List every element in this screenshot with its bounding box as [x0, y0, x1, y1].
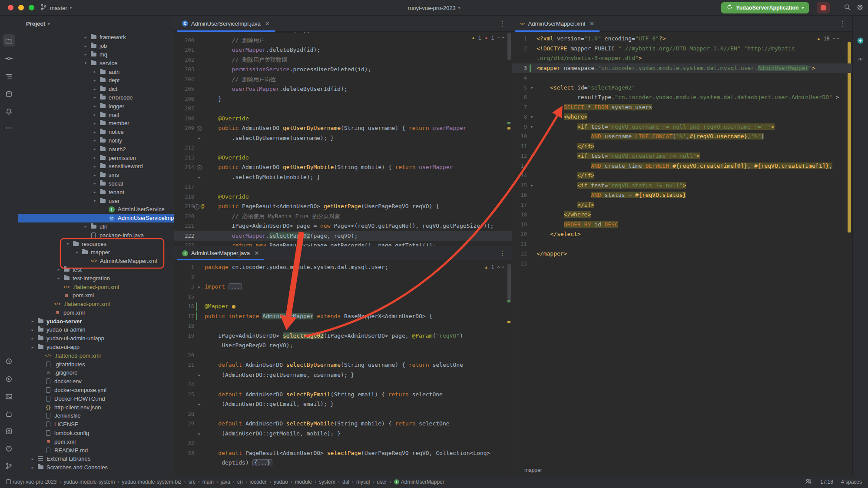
tree-item-docker-env[interactable]: docker.env — [18, 377, 174, 386]
tree-item-adminuserservice[interactable]: IAdminUserService — [18, 205, 174, 214]
code-line[interactable]: 15▾<if test="reqVO.status != null"> — [512, 181, 852, 191]
code-line[interactable]: 29default AdminUserDO selectByMobile(Str… — [174, 419, 512, 429]
tree-item-http-client-env-json[interactable]: {}http-client.env.json — [18, 403, 174, 412]
code-line[interactable]: 7SELECT * FROM system_users — [512, 103, 852, 113]
maven-icon[interactable]: m — [855, 52, 867, 64]
tree-item-license[interactable]: LICENSE — [18, 420, 174, 429]
override-marker-icon[interactable]: ↑ — [194, 204, 199, 209]
commit-icon[interactable] — [3, 52, 15, 64]
code-line[interactable]: 209↑public AdminUserDO getUserByUsername… — [174, 123, 512, 133]
tree-item-oauth2[interactable]: ▸oauth2 — [18, 145, 174, 153]
code-line[interactable]: 212 — [174, 143, 512, 153]
code-line[interactable]: 208@Override — [174, 114, 512, 124]
more-options-icon[interactable]: ⋮ — [499, 249, 506, 257]
services-icon[interactable] — [3, 425, 15, 437]
tree-item-pom-xml[interactable]: mpom.xml — [18, 309, 174, 317]
breadcrumb-item[interactable]: cn — [237, 479, 243, 485]
tree-item-notify[interactable]: ▸notify — [18, 136, 174, 145]
database-icon[interactable] — [3, 88, 15, 100]
tree-item-scratches-and-consoles[interactable]: ▸Scratches and Consoles — [18, 463, 174, 472]
tree-chevron-icon[interactable]: ▸ — [91, 95, 99, 100]
code-line[interactable]: 6resultType="cn.iocoder.yudao.module.sys… — [512, 93, 852, 103]
tree-item-tenant[interactable]: ▸tenant — [18, 188, 174, 196]
tree-chevron-icon[interactable]: ▸ — [91, 104, 99, 108]
indent-setting[interactable]: 4 spaces — [841, 479, 862, 485]
tree-item--flattened-pom-xml[interactable]: </>.flattened-pom.xml — [18, 351, 174, 360]
stop-button[interactable] — [817, 2, 830, 13]
tree-chevron-icon[interactable]: ▸ — [91, 87, 99, 91]
code-line[interactable]: 201userMapper.deleteById(id); — [174, 45, 512, 55]
terminal-icon[interactable] — [3, 390, 15, 402]
tree-chevron-icon[interactable]: ▸ — [55, 276, 63, 280]
code-line[interactable]: ▸(AdminUserDO::getMobile, mobile); } — [174, 429, 512, 439]
more-options-icon[interactable]: ⋮ — [839, 20, 846, 28]
tree-chevron-icon[interactable]: ▸ — [91, 156, 99, 160]
code-line[interactable]: 11</if> — [512, 142, 852, 152]
caret-position[interactable]: 17:18 — [820, 479, 833, 485]
code-line[interactable]: 33default PageResult<AdminUserDO> select… — [174, 448, 512, 458]
close-icon[interactable]: ✕ — [254, 250, 259, 256]
code-line[interactable]: 202// 删除用户关联数据 — [174, 55, 512, 65]
tree-item-resources[interactable]: ▾resources — [18, 239, 174, 248]
tree-item-mq[interactable]: ▸mq — [18, 50, 174, 59]
gutter-fold-icon[interactable]: ▸ — [194, 370, 205, 380]
problems-icon[interactable] — [3, 442, 15, 455]
gutter-fold-icon[interactable]: ▾ — [527, 83, 537, 93]
branch-icon[interactable] — [3, 460, 15, 472]
code-line[interactable]: 20 — [174, 351, 512, 361]
tree-chevron-icon[interactable]: ▸ — [29, 319, 36, 323]
gutter-fold-icon[interactable]: ▸ — [194, 429, 205, 439]
tree-chevron-icon[interactable]: ▸ — [29, 465, 36, 470]
next-issue-icon[interactable]: › — [835, 37, 841, 39]
code-line[interactable]: deptIds) {...} — [174, 458, 512, 468]
code-line[interactable]: 9▾<if test="reqVO.username != null and r… — [512, 122, 852, 132]
project-title[interactable]: ruoyi-vue-pro-2023 ▾ — [408, 0, 460, 16]
tree-chevron-icon[interactable]: ▸ — [91, 173, 99, 177]
tree-chevron-icon[interactable]: ▸ — [91, 138, 99, 143]
tree-item-member[interactable]: ▸member — [18, 119, 174, 128]
breadcrumb-item[interactable]: yudao — [274, 479, 288, 485]
code-line[interactable]: 25default AdminUserDO selectByEmail(Stri… — [174, 390, 512, 400]
tree-chevron-icon[interactable]: ▸ — [82, 224, 89, 229]
code-line[interactable]: 1<?xml version="1.0" encoding="UTF-8"?> — [512, 34, 852, 44]
history-icon[interactable] — [3, 355, 15, 367]
code-line[interactable]: UserPageReqVO reqVO); — [174, 341, 512, 351]
git-branch-widget[interactable]: master ▾ — [40, 0, 72, 16]
zoom-window-button[interactable] — [29, 5, 34, 10]
tree-chevron-icon[interactable]: ▾ — [73, 250, 81, 255]
project-icon[interactable] — [3, 34, 15, 46]
code-line[interactable]: 28 — [174, 409, 512, 419]
code-line[interactable]: 221IPage<AdminUserDO> page = new Page<>(… — [174, 221, 512, 231]
gutter-fold-icon[interactable]: ▾ — [527, 112, 537, 122]
code-line[interactable]: 203permissionService.processUserDeleted(… — [174, 65, 512, 75]
tree-item-adminusermapper-xml[interactable]: </>AdminUserMapper.xml — [18, 257, 174, 266]
project-panel-header[interactable]: Project ▾ — [18, 16, 174, 32]
tree-item-user[interactable]: ▾user — [18, 196, 174, 205]
code-line[interactable]: 8▾<where> — [512, 112, 852, 122]
tree-item-framework[interactable]: ▸framework — [18, 33, 174, 42]
code-line[interactable]: 22</mapper> — [512, 249, 852, 259]
tree-item-permission[interactable]: ▸permission — [18, 153, 174, 162]
breadcrumb-item[interactable]: mysql — [356, 479, 370, 485]
tree-item-notice[interactable]: ▸notice — [18, 128, 174, 136]
gutter-fold-icon[interactable]: ▸ — [194, 133, 205, 143]
tree-item-adminuserserviceimpl[interactable]: CAdminUserServiceImpl — [18, 214, 174, 222]
code-line[interactable]: 220// 必须使用 MyBatis Plus 的分页对象 — [174, 212, 512, 222]
tree-chevron-icon[interactable]: ▸ — [82, 52, 89, 56]
inspections-widget[interactable]: ▲ 18 › › — [817, 35, 839, 42]
code-line[interactable]: 21default AdminUserDO selectByUsername(S… — [174, 360, 512, 370]
code-line[interactable]: 223return new PageResult<>(page.getRecor… — [174, 241, 512, 246]
tree-item-mail[interactable]: ▸mail — [18, 110, 174, 119]
override-marker-icon[interactable]: ↑ — [197, 126, 202, 131]
code-line[interactable]: 21 — [512, 239, 852, 249]
code-line[interactable]: 3▸import ... — [174, 282, 512, 292]
tab-adminuserserviceimpl-java[interactable]: C AdminUserServiceImpl.java ✕ — [177, 16, 275, 31]
gutter-fold-icon[interactable]: ▸ — [194, 173, 205, 183]
override-marker-icon[interactable]: ↑ — [197, 165, 202, 170]
tree-item-docker-howto-md[interactable]: Docker-HOWTO.md — [18, 394, 174, 403]
code-line[interactable]: 16@Mapper — [174, 302, 512, 312]
tree-chevron-icon[interactable]: ▸ — [91, 181, 99, 186]
code-line[interactable]: 2<!DOCTYPE mapper PUBLIC "-//mybatis.org… — [512, 44, 852, 54]
breadcrumb-item[interactable]: module — [295, 479, 312, 485]
tree-item-test[interactable]: ▸test — [18, 266, 174, 274]
